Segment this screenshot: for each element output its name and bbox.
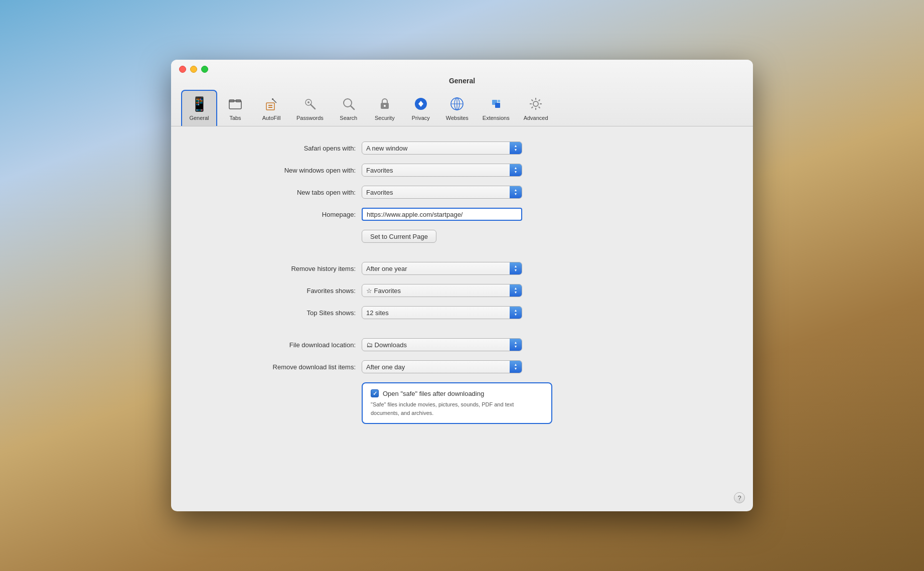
remove-download-arrows: ▲ ▼ xyxy=(510,361,522,373)
tab-autofill[interactable]: AutoFill xyxy=(253,91,289,126)
tab-websites-label: Websites xyxy=(446,115,469,121)
set-current-page-button[interactable]: Set to Current Page xyxy=(362,230,436,243)
file-download-row: File download location: 🗂 Downloads ▲ ▼ xyxy=(211,338,713,351)
top-sites-value: 12 sites xyxy=(362,309,510,317)
tab-general[interactable]: 📱 General xyxy=(181,90,217,126)
open-safe-files-description: "Safe" files include movies, pictures, s… xyxy=(371,400,543,417)
arrow-up-icon: ▲ xyxy=(514,363,518,367)
toolbar: 📱 General Tabs xyxy=(171,90,753,126)
arrow-up-icon: ▲ xyxy=(514,166,518,170)
tab-search[interactable]: Search xyxy=(331,91,367,126)
svg-point-22 xyxy=(533,101,538,106)
top-sites-row: Top Sites shows: 12 sites ▲ ▼ xyxy=(211,306,713,319)
top-sites-select[interactable]: 12 sites ▲ ▼ xyxy=(362,306,522,319)
tab-extensions-label: Extensions xyxy=(483,115,510,121)
svg-line-11 xyxy=(351,106,354,109)
homepage-input[interactable] xyxy=(362,208,522,221)
favorites-shows-select[interactable]: ☆ Favorites ▲ ▼ xyxy=(362,284,522,297)
favorites-shows-label: Favorites shows: xyxy=(211,287,362,295)
arrow-up-icon: ▲ xyxy=(514,264,518,268)
tab-general-label: General xyxy=(189,115,209,121)
close-button[interactable] xyxy=(179,66,186,73)
tab-websites[interactable]: Websites xyxy=(439,91,476,126)
arrow-up-icon: ▲ xyxy=(514,341,518,345)
remove-history-control: After one year ▲ ▼ xyxy=(362,262,713,275)
remove-download-select[interactable]: After one day ▲ ▼ xyxy=(362,360,522,373)
safari-opens-label: Safari opens with: xyxy=(211,145,362,152)
file-download-select[interactable]: 🗂 Downloads ▲ ▼ xyxy=(362,338,522,351)
search-icon xyxy=(340,95,358,113)
new-windows-arrows: ▲ ▼ xyxy=(510,164,522,176)
svg-line-6 xyxy=(272,99,276,103)
autofill-icon xyxy=(262,95,280,113)
top-sites-label: Top Sites shows: xyxy=(211,309,362,317)
maximize-button[interactable] xyxy=(201,66,208,73)
open-safe-files-checkbox[interactable] xyxy=(371,389,379,397)
open-safe-files-row: Open "safe" files after downloading "Saf… xyxy=(211,382,713,424)
favorites-shows-control: ☆ Favorites ▲ ▼ xyxy=(362,284,713,297)
tab-privacy[interactable]: Privacy xyxy=(403,91,439,126)
help-button[interactable]: ? xyxy=(734,492,745,503)
remove-history-select[interactable]: After one year ▲ ▼ xyxy=(362,262,522,275)
svg-point-13 xyxy=(384,105,386,107)
arrow-down-icon: ▼ xyxy=(514,148,518,152)
minimize-button[interactable] xyxy=(190,66,197,73)
arrow-down-icon: ▼ xyxy=(514,170,518,174)
tab-extensions[interactable]: Extensions xyxy=(476,91,517,126)
remove-download-row: Remove download list items: After one da… xyxy=(211,360,713,373)
safari-opens-arrows: ▲ ▼ xyxy=(510,142,522,154)
preferences-window: General 📱 General Tabs xyxy=(171,60,753,511)
arrow-up-icon: ▲ xyxy=(514,287,518,291)
tab-passwords-label: Passwords xyxy=(296,115,324,121)
titlebar: General 📱 General Tabs xyxy=(171,60,753,126)
passwords-icon xyxy=(301,95,319,113)
remove-download-control: After one day ▲ ▼ xyxy=(362,360,713,373)
new-windows-control: Favorites ▲ ▼ xyxy=(362,164,713,177)
spacer-1 xyxy=(211,252,713,262)
arrow-up-icon: ▲ xyxy=(514,309,518,313)
svg-rect-5 xyxy=(268,107,272,108)
window-controls xyxy=(179,66,208,73)
new-tabs-value: Favorites xyxy=(362,189,510,196)
open-safe-files-section: Open "safe" files after downloading "Saf… xyxy=(362,382,552,424)
tab-tabs[interactable]: Tabs xyxy=(217,91,253,126)
arrow-down-icon: ▼ xyxy=(514,367,518,371)
window-title: General xyxy=(449,77,475,85)
arrow-up-icon: ▲ xyxy=(514,144,518,148)
tab-tabs-label: Tabs xyxy=(229,115,241,121)
safari-opens-control: A new window ▲ ▼ xyxy=(362,141,713,155)
tab-autofill-label: AutoFill xyxy=(262,115,281,121)
new-windows-label: New windows open with: xyxy=(211,167,362,174)
favorites-shows-value: ☆ Favorites xyxy=(362,287,510,295)
arrow-down-icon: ▼ xyxy=(514,192,518,196)
remove-history-arrows: ▲ ▼ xyxy=(510,262,522,274)
favorites-shows-row: Favorites shows: ☆ Favorites ▲ ▼ xyxy=(211,284,713,297)
tab-search-label: Search xyxy=(340,115,357,121)
general-icon: 📱 xyxy=(190,95,208,113)
security-icon xyxy=(376,95,394,113)
svg-line-30 xyxy=(539,100,540,101)
new-windows-select[interactable]: Favorites ▲ ▼ xyxy=(362,164,522,177)
remove-download-label: Remove download list items: xyxy=(211,363,362,371)
svg-rect-21 xyxy=(498,100,500,102)
new-tabs-select[interactable]: Favorites ▲ ▼ xyxy=(362,186,522,199)
file-download-control: 🗂 Downloads ▲ ▼ xyxy=(362,338,713,351)
tab-advanced[interactable]: Advanced xyxy=(517,91,555,126)
safari-opens-select[interactable]: A new window ▲ ▼ xyxy=(362,141,522,155)
tabs-icon xyxy=(226,95,244,113)
tab-security[interactable]: Security xyxy=(367,91,403,126)
svg-rect-20 xyxy=(495,103,500,108)
tab-privacy-label: Privacy xyxy=(412,115,430,121)
homepage-row: Homepage: xyxy=(211,208,713,221)
advanced-icon xyxy=(527,95,545,113)
open-safe-files-control: Open "safe" files after downloading "Saf… xyxy=(362,382,713,424)
new-windows-row: New windows open with: Favorites ▲ ▼ xyxy=(211,164,713,177)
svg-point-9 xyxy=(307,101,310,103)
tab-passwords[interactable]: Passwords xyxy=(289,91,331,126)
remove-history-row: Remove history items: After one year ▲ ▼ xyxy=(211,262,713,275)
remove-download-value: After one day xyxy=(362,363,510,371)
file-download-arrows: ▲ ▼ xyxy=(510,339,522,351)
svg-line-27 xyxy=(532,100,533,101)
window-body: Safari opens with: A new window ▲ ▼ New … xyxy=(171,126,753,511)
tab-security-label: Security xyxy=(375,115,395,121)
